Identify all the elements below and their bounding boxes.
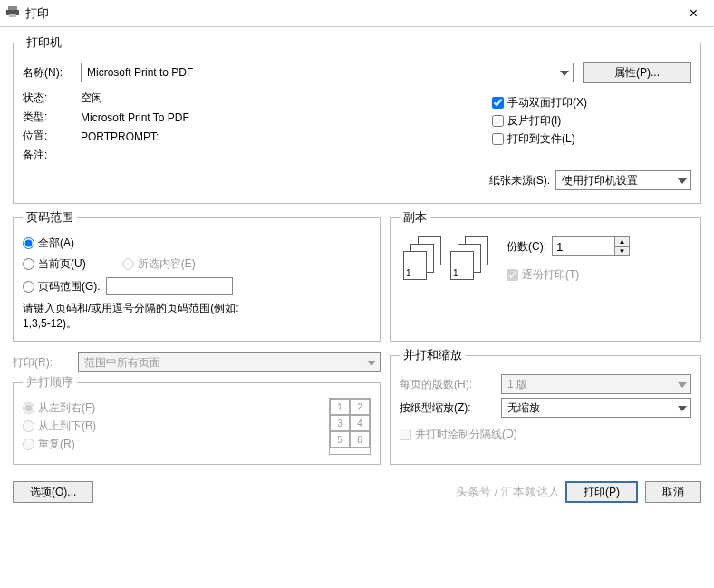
scale-legend: 并打和缩放 xyxy=(400,347,466,363)
chevron-down-icon xyxy=(678,174,687,187)
where-label: 位置: xyxy=(23,129,81,144)
type-label: 类型: xyxy=(23,110,81,125)
titlebar: 打印 × xyxy=(0,0,714,27)
spin-down-icon[interactable]: ▼ xyxy=(615,246,630,256)
options-button[interactable]: 选项(O)... xyxy=(13,481,93,503)
printwhat-combo: 范围中所有页面 xyxy=(78,352,381,372)
comment-label: 备注: xyxy=(23,148,81,163)
range-current-radio[interactable]: 当前页(U) xyxy=(23,256,86,272)
range-all-radio[interactable]: 全部(A) xyxy=(23,236,371,251)
properties-button[interactable]: 属性(P)... xyxy=(583,62,691,83)
printer-group: 打印机 名称(N): Microsoft Print to PDF 属性(P).… xyxy=(13,34,701,204)
manual-duplex-checkbox[interactable]: 手动双面打印(X) xyxy=(492,95,691,111)
perpage-combo: 1 版 xyxy=(501,374,691,394)
range-pages-input[interactable] xyxy=(106,277,233,295)
printwhat-label: 打印(R): xyxy=(13,355,78,371)
printer-icon xyxy=(5,5,20,22)
order-preview-icon: 12 34 56 xyxy=(329,398,371,455)
paper-source-combo[interactable]: 使用打印机设置 xyxy=(555,170,691,190)
order-ttb-radio: 从上到下(B) xyxy=(23,419,96,434)
range-selection-radio: 所选内容(E) xyxy=(122,256,196,272)
copies-group: 副本 3 2 1 3 2 1 份数(C): xyxy=(390,209,701,342)
range-group: 页码范围 全部(A) 当前页(U) 所选内容(E) 页码范围(G): 请键入页码… xyxy=(13,209,381,342)
collate-checkbox: 逐份打印(T) xyxy=(507,267,630,283)
draw-divider-checkbox: 并打时绘制分隔线(D) xyxy=(400,427,691,442)
print-to-file-checkbox[interactable]: 打印到文件(L) xyxy=(492,131,691,147)
chevron-down-icon xyxy=(678,378,687,390)
scale-group: 并打和缩放 每页的版数(H): 1 版 按纸型缩放(Z): 无缩放 并打时绘制分… xyxy=(390,347,701,465)
print-button[interactable]: 打印(P) xyxy=(565,481,638,503)
type-value: Microsoft Print To PDF xyxy=(81,111,189,124)
perpage-label: 每页的版数(H): xyxy=(400,377,501,392)
name-label: 名称(N): xyxy=(23,65,81,81)
copies-spinner[interactable]: ▲ ▼ xyxy=(552,236,630,256)
svg-rect-0 xyxy=(8,6,17,10)
printer-legend: 打印机 xyxy=(23,34,65,51)
order-repeat-radio: 重复(R) xyxy=(23,437,96,452)
spin-up-icon[interactable]: ▲ xyxy=(615,236,630,246)
footer: 选项(O)... 头条号 / 汇本领达人 打印(P) 取消 xyxy=(0,477,714,506)
chevron-down-icon xyxy=(678,401,687,414)
close-button[interactable]: × xyxy=(673,0,714,27)
printer-name-combo[interactable]: Microsoft Print to PDF xyxy=(81,63,574,82)
mirror-print-checkbox[interactable]: 反片打印(I) xyxy=(492,113,691,129)
copies-legend: 副本 xyxy=(400,209,430,226)
collate-illustration: 3 2 1 3 2 1 xyxy=(403,236,490,282)
where-value: PORTPROMPT: xyxy=(81,130,159,143)
range-pages-radio[interactable]: 页码范围(G): xyxy=(23,277,371,295)
order-legend: 并打顺序 xyxy=(23,374,77,390)
papersize-combo[interactable]: 无缩放 xyxy=(501,398,691,418)
range-help: 请键入页码和/或用逗号分隔的页码范围(例如: 1,3,5-12)。 xyxy=(23,301,371,332)
svg-rect-2 xyxy=(9,14,16,17)
chevron-down-icon xyxy=(367,356,376,369)
window-title: 打印 xyxy=(25,5,49,22)
order-group: 并打顺序 从左到右(F) 从上到下(B) 重复(R) 12 34 56 xyxy=(13,374,381,465)
status-value: 空闲 xyxy=(81,91,102,106)
range-legend: 页码范围 xyxy=(23,209,77,226)
copies-count-input[interactable] xyxy=(552,236,615,256)
papersize-label: 按纸型缩放(Z): xyxy=(400,400,501,416)
order-ltr-radio: 从左到右(F) xyxy=(23,400,96,416)
cancel-button[interactable]: 取消 xyxy=(645,481,701,503)
copies-count-label: 份数(C): xyxy=(507,239,546,255)
printer-name-value: Microsoft Print to PDF xyxy=(87,66,193,79)
paper-source-label: 纸张来源(S): xyxy=(489,173,550,188)
chevron-down-icon xyxy=(560,66,569,79)
status-label: 状态: xyxy=(23,91,81,106)
watermark: 头条号 / 汇本领达人 xyxy=(456,484,560,500)
